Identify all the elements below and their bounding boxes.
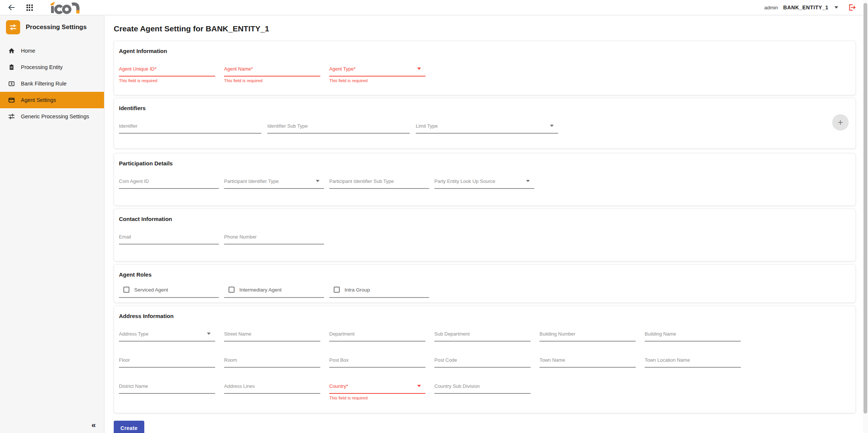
town-name-input[interactable]: Town Name	[540, 357, 636, 368]
tune-icon	[8, 113, 15, 120]
sidebar-header: Processing Settings	[0, 15, 104, 40]
field-underline	[224, 341, 320, 342]
field-label: Room	[224, 357, 320, 363]
street-name-input[interactable]: Street Name	[224, 331, 320, 342]
field-label: Agent Name*	[224, 66, 320, 72]
field-underline	[540, 367, 636, 368]
logged-in-user: admin	[764, 5, 778, 10]
field-label: Agent Type*	[329, 66, 425, 72]
window-scrollbar[interactable]	[863, 0, 868, 433]
field-label: Post Box	[329, 357, 425, 363]
home-icon	[8, 47, 15, 54]
field-underline	[645, 341, 741, 342]
address-lines-input[interactable]: Address Lines	[224, 383, 320, 400]
field-underline	[119, 367, 215, 368]
field-label: Party Entity Look Up Source	[434, 178, 534, 184]
field-underline	[434, 393, 531, 394]
field-underline	[224, 244, 324, 244]
section-title: Address Information	[119, 313, 849, 319]
section-title: Participation Details	[119, 160, 849, 166]
back-arrow-icon[interactable]	[7, 3, 16, 12]
sidebar-item-generic-processing-settings[interactable]: Generic Processing Settings	[0, 108, 104, 125]
sidebar-item-home[interactable]: Home	[0, 43, 104, 59]
field-underline	[119, 297, 219, 298]
logout-icon[interactable]	[847, 3, 857, 12]
field-label: District Name	[119, 383, 215, 389]
post-box-input[interactable]: Post Box	[329, 357, 425, 368]
sidebar-collapse-icon[interactable]: «	[91, 421, 96, 429]
room-input[interactable]: Room	[224, 357, 320, 368]
dropdown-caret-icon	[417, 68, 421, 70]
district-name-input[interactable]: District Name	[119, 383, 215, 400]
sidebar-item-processing-entity[interactable]: Processing Entity	[0, 59, 104, 75]
building-number-input[interactable]: Building Number	[540, 331, 636, 342]
sidebar-item-agent-settings[interactable]: Agent Settings	[0, 92, 104, 108]
scrollbar-thumb[interactable]	[864, 3, 867, 414]
address-type-select[interactable]: Address Type	[119, 331, 215, 342]
chevron-down-icon[interactable]	[834, 6, 838, 9]
app-window: admin BANK_ENTITY_1 Processing Settings …	[0, 0, 868, 433]
agent-name-input[interactable]: Agent Name* This field is required	[224, 66, 320, 83]
section-contact-information: Contact Information Email Phone Number	[114, 209, 856, 261]
sidebar-item-bank-filtering-rule[interactable]: $ Bank Filtering Rule	[0, 75, 104, 92]
field-underline	[329, 76, 425, 77]
section-agent-information: Agent Information Agent Unique ID* This …	[114, 41, 856, 95]
identifier-sub-type-input[interactable]: Identifier Sub Type	[267, 123, 410, 134]
department-input[interactable]: Department	[329, 331, 425, 342]
section-address-information: Address Information Address Type Street …	[114, 306, 856, 413]
add-identifier-button[interactable]: +	[832, 114, 849, 131]
agent-unique-id-input[interactable]: Agent Unique ID* This field is required	[119, 66, 215, 83]
country-select[interactable]: Country* This field is required	[329, 383, 425, 400]
sidebar-item-label: Agent Settings	[21, 97, 56, 103]
field-underline	[119, 188, 219, 189]
field-underline	[434, 367, 531, 368]
intra-group-checkbox-field[interactable]: Intra Group	[329, 287, 429, 298]
section-title: Contact Information	[119, 216, 849, 222]
post-code-input[interactable]: Post Code	[434, 357, 531, 368]
checkbox-icon[interactable]	[123, 287, 129, 293]
phone-number-input[interactable]: Phone Number	[224, 234, 324, 244]
field-label: Street Name	[224, 331, 320, 337]
participant-identifier-sub-type-input[interactable]: Participant Identifier Sub Type	[329, 178, 429, 189]
section-identifiers: Identifiers Identifier Identifier Sub Ty…	[114, 98, 856, 149]
checkbox-icon[interactable]	[334, 287, 340, 293]
create-button[interactable]: Create	[114, 421, 144, 433]
limit-type-select[interactable]: Limit Type	[416, 123, 558, 134]
csm-agent-id-input[interactable]: Csm Agent ID	[119, 178, 219, 189]
field-underline	[119, 341, 215, 342]
agent-type-select[interactable]: Agent Type* This field is required	[329, 66, 425, 83]
sidebar-item-label: Generic Processing Settings	[21, 113, 89, 119]
field-label: Post Code	[434, 357, 531, 363]
field-underline	[329, 393, 425, 394]
main-content: Create Agent Setting for BANK_ENTITY_1 A…	[105, 15, 863, 433]
svg-text:$: $	[11, 82, 13, 85]
email-input[interactable]: Email	[119, 234, 219, 244]
participant-identifier-type-select[interactable]: Participant Identifier Type	[224, 178, 324, 189]
page-title: Create Agent Setting for BANK_ENTITY_1	[114, 24, 848, 33]
field-label: Floor	[119, 357, 215, 363]
party-entity-look-up-source-select[interactable]: Party Entity Look Up Source	[434, 178, 534, 189]
field-underline	[434, 341, 531, 342]
field-underline	[224, 76, 320, 77]
sidebar: Processing Settings Home Processing Enti…	[0, 15, 104, 433]
entity-selector[interactable]: BANK_ENTITY_1	[783, 4, 828, 10]
field-label: Participant Identifier Type	[224, 178, 324, 184]
dropdown-caret-icon	[207, 333, 211, 335]
field-error-text: This field is required	[224, 78, 320, 83]
floor-input[interactable]: Floor	[119, 357, 215, 368]
intermediary-agent-checkbox-field[interactable]: Intermediary Agent	[224, 287, 324, 298]
country-sub-division-input[interactable]: Country Sub Division	[434, 383, 531, 400]
sidebar-item-label: Home	[21, 48, 35, 54]
field-underline	[329, 341, 425, 342]
sub-department-input[interactable]: Sub Department	[434, 331, 531, 342]
field-label: Participant Identifier Sub Type	[329, 178, 429, 184]
serviced-agent-checkbox-field[interactable]: Serviced Agent	[119, 287, 219, 298]
town-location-name-input[interactable]: Town Location Name	[645, 357, 741, 368]
apps-grid-icon[interactable]	[25, 3, 34, 12]
dropdown-caret-icon	[417, 385, 421, 387]
checkbox-icon[interactable]	[229, 287, 235, 293]
field-label: Limit Type	[416, 123, 558, 129]
identifier-input[interactable]: Identifier	[119, 123, 261, 134]
building-name-input[interactable]: Building Name	[645, 331, 741, 342]
field-label: Email	[119, 234, 219, 240]
